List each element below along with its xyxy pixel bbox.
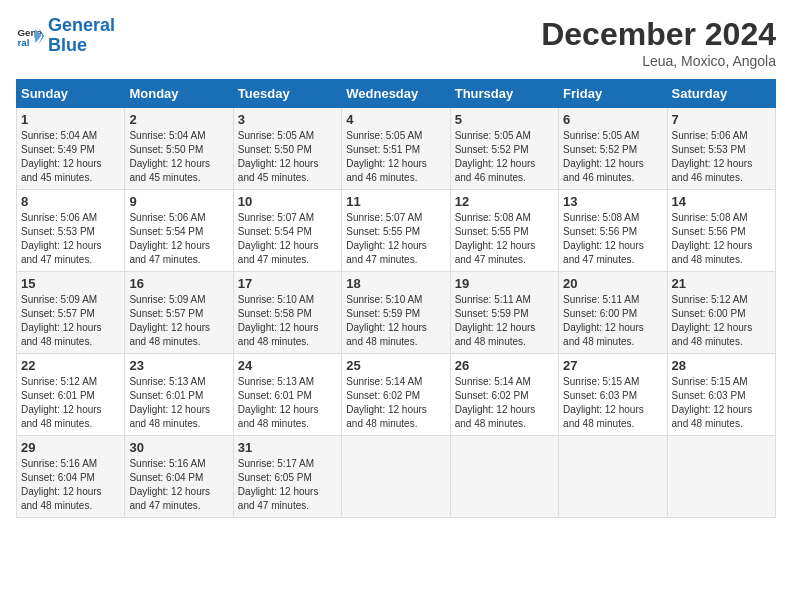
calendar-cell: 8Sunrise: 5:06 AMSunset: 5:53 PMDaylight…	[17, 190, 125, 272]
calendar-cell: 7Sunrise: 5:06 AMSunset: 5:53 PMDaylight…	[667, 108, 775, 190]
day-number: 25	[346, 358, 445, 373]
day-info: Sunrise: 5:10 AMSunset: 5:59 PMDaylight:…	[346, 293, 445, 349]
calendar-cell: 28Sunrise: 5:15 AMSunset: 6:03 PMDayligh…	[667, 354, 775, 436]
calendar-cell: 24Sunrise: 5:13 AMSunset: 6:01 PMDayligh…	[233, 354, 341, 436]
calendar-cell: 23Sunrise: 5:13 AMSunset: 6:01 PMDayligh…	[125, 354, 233, 436]
day-info: Sunrise: 5:04 AMSunset: 5:49 PMDaylight:…	[21, 129, 120, 185]
calendar-cell: 1Sunrise: 5:04 AMSunset: 5:49 PMDaylight…	[17, 108, 125, 190]
calendar-cell: 9Sunrise: 5:06 AMSunset: 5:54 PMDaylight…	[125, 190, 233, 272]
calendar-cell: 10Sunrise: 5:07 AMSunset: 5:54 PMDayligh…	[233, 190, 341, 272]
calendar-week-row: 22Sunrise: 5:12 AMSunset: 6:01 PMDayligh…	[17, 354, 776, 436]
day-number: 13	[563, 194, 662, 209]
day-info: Sunrise: 5:14 AMSunset: 6:02 PMDaylight:…	[455, 375, 554, 431]
day-info: Sunrise: 5:15 AMSunset: 6:03 PMDaylight:…	[672, 375, 771, 431]
calendar-week-row: 8Sunrise: 5:06 AMSunset: 5:53 PMDaylight…	[17, 190, 776, 272]
calendar-cell: 2Sunrise: 5:04 AMSunset: 5:50 PMDaylight…	[125, 108, 233, 190]
day-info: Sunrise: 5:06 AMSunset: 5:53 PMDaylight:…	[21, 211, 120, 267]
day-number: 14	[672, 194, 771, 209]
calendar-cell: 15Sunrise: 5:09 AMSunset: 5:57 PMDayligh…	[17, 272, 125, 354]
calendar-week-row: 15Sunrise: 5:09 AMSunset: 5:57 PMDayligh…	[17, 272, 776, 354]
calendar-cell: 22Sunrise: 5:12 AMSunset: 6:01 PMDayligh…	[17, 354, 125, 436]
calendar-cell: 18Sunrise: 5:10 AMSunset: 5:59 PMDayligh…	[342, 272, 450, 354]
title-block: December 2024 Leua, Moxico, Angola	[541, 16, 776, 69]
weekday-header-saturday: Saturday	[667, 80, 775, 108]
day-number: 30	[129, 440, 228, 455]
day-number: 7	[672, 112, 771, 127]
logo: Gene ral General Blue	[16, 16, 115, 56]
day-info: Sunrise: 5:13 AMSunset: 6:01 PMDaylight:…	[238, 375, 337, 431]
day-info: Sunrise: 5:08 AMSunset: 5:56 PMDaylight:…	[563, 211, 662, 267]
calendar-week-row: 29Sunrise: 5:16 AMSunset: 6:04 PMDayligh…	[17, 436, 776, 518]
weekday-header-row: SundayMondayTuesdayWednesdayThursdayFrid…	[17, 80, 776, 108]
calendar-cell	[342, 436, 450, 518]
weekday-header-sunday: Sunday	[17, 80, 125, 108]
calendar-cell: 3Sunrise: 5:05 AMSunset: 5:50 PMDaylight…	[233, 108, 341, 190]
day-info: Sunrise: 5:09 AMSunset: 5:57 PMDaylight:…	[129, 293, 228, 349]
calendar-cell: 16Sunrise: 5:09 AMSunset: 5:57 PMDayligh…	[125, 272, 233, 354]
day-info: Sunrise: 5:07 AMSunset: 5:54 PMDaylight:…	[238, 211, 337, 267]
day-number: 31	[238, 440, 337, 455]
day-number: 27	[563, 358, 662, 373]
day-info: Sunrise: 5:11 AMSunset: 6:00 PMDaylight:…	[563, 293, 662, 349]
day-number: 12	[455, 194, 554, 209]
day-info: Sunrise: 5:17 AMSunset: 6:05 PMDaylight:…	[238, 457, 337, 513]
day-number: 1	[21, 112, 120, 127]
day-info: Sunrise: 5:07 AMSunset: 5:55 PMDaylight:…	[346, 211, 445, 267]
day-info: Sunrise: 5:09 AMSunset: 5:57 PMDaylight:…	[21, 293, 120, 349]
day-number: 28	[672, 358, 771, 373]
calendar-cell: 6Sunrise: 5:05 AMSunset: 5:52 PMDaylight…	[559, 108, 667, 190]
day-info: Sunrise: 5:05 AMSunset: 5:50 PMDaylight:…	[238, 129, 337, 185]
day-number: 4	[346, 112, 445, 127]
day-info: Sunrise: 5:15 AMSunset: 6:03 PMDaylight:…	[563, 375, 662, 431]
calendar-cell: 5Sunrise: 5:05 AMSunset: 5:52 PMDaylight…	[450, 108, 558, 190]
calendar-cell: 30Sunrise: 5:16 AMSunset: 6:04 PMDayligh…	[125, 436, 233, 518]
month-title: December 2024	[541, 16, 776, 53]
page-header: Gene ral General Blue December 2024 Leua…	[16, 16, 776, 69]
logo-text-line1: General	[48, 16, 115, 36]
calendar-cell	[559, 436, 667, 518]
calendar-cell: 12Sunrise: 5:08 AMSunset: 5:55 PMDayligh…	[450, 190, 558, 272]
day-info: Sunrise: 5:16 AMSunset: 6:04 PMDaylight:…	[21, 457, 120, 513]
calendar-cell: 29Sunrise: 5:16 AMSunset: 6:04 PMDayligh…	[17, 436, 125, 518]
day-info: Sunrise: 5:11 AMSunset: 5:59 PMDaylight:…	[455, 293, 554, 349]
day-number: 19	[455, 276, 554, 291]
weekday-header-monday: Monday	[125, 80, 233, 108]
calendar-cell: 4Sunrise: 5:05 AMSunset: 5:51 PMDaylight…	[342, 108, 450, 190]
day-info: Sunrise: 5:12 AMSunset: 6:00 PMDaylight:…	[672, 293, 771, 349]
weekday-header-thursday: Thursday	[450, 80, 558, 108]
logo-icon: Gene ral	[16, 22, 44, 50]
day-number: 20	[563, 276, 662, 291]
weekday-header-wednesday: Wednesday	[342, 80, 450, 108]
calendar-cell	[450, 436, 558, 518]
calendar-cell: 11Sunrise: 5:07 AMSunset: 5:55 PMDayligh…	[342, 190, 450, 272]
day-number: 8	[21, 194, 120, 209]
calendar-cell: 27Sunrise: 5:15 AMSunset: 6:03 PMDayligh…	[559, 354, 667, 436]
day-info: Sunrise: 5:08 AMSunset: 5:55 PMDaylight:…	[455, 211, 554, 267]
day-number: 26	[455, 358, 554, 373]
day-number: 23	[129, 358, 228, 373]
day-number: 29	[21, 440, 120, 455]
day-number: 17	[238, 276, 337, 291]
day-info: Sunrise: 5:05 AMSunset: 5:52 PMDaylight:…	[563, 129, 662, 185]
day-number: 11	[346, 194, 445, 209]
calendar-cell: 20Sunrise: 5:11 AMSunset: 6:00 PMDayligh…	[559, 272, 667, 354]
calendar-week-row: 1Sunrise: 5:04 AMSunset: 5:49 PMDaylight…	[17, 108, 776, 190]
logo-text-line2: Blue	[48, 36, 115, 56]
day-number: 3	[238, 112, 337, 127]
day-info: Sunrise: 5:06 AMSunset: 5:53 PMDaylight:…	[672, 129, 771, 185]
day-info: Sunrise: 5:06 AMSunset: 5:54 PMDaylight:…	[129, 211, 228, 267]
day-number: 5	[455, 112, 554, 127]
day-number: 10	[238, 194, 337, 209]
day-number: 18	[346, 276, 445, 291]
location: Leua, Moxico, Angola	[541, 53, 776, 69]
day-info: Sunrise: 5:08 AMSunset: 5:56 PMDaylight:…	[672, 211, 771, 267]
day-number: 9	[129, 194, 228, 209]
calendar-cell: 21Sunrise: 5:12 AMSunset: 6:00 PMDayligh…	[667, 272, 775, 354]
day-info: Sunrise: 5:16 AMSunset: 6:04 PMDaylight:…	[129, 457, 228, 513]
day-info: Sunrise: 5:04 AMSunset: 5:50 PMDaylight:…	[129, 129, 228, 185]
svg-text:ral: ral	[17, 37, 29, 48]
calendar-cell: 17Sunrise: 5:10 AMSunset: 5:58 PMDayligh…	[233, 272, 341, 354]
day-number: 21	[672, 276, 771, 291]
day-number: 15	[21, 276, 120, 291]
day-info: Sunrise: 5:05 AMSunset: 5:51 PMDaylight:…	[346, 129, 445, 185]
